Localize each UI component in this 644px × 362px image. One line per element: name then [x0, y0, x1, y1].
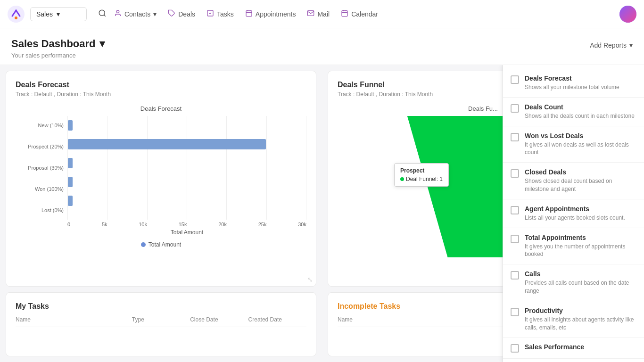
- reports-item-desc-4: Lists all your agents booked slots count…: [525, 214, 625, 222]
- bar-row-prospect: [68, 135, 306, 154]
- reports-checkbox-4[interactable]: [511, 206, 519, 214]
- reports-item-desc-6: Provides all calls count based on the da…: [525, 279, 636, 295]
- nav-right: [619, 6, 636, 23]
- page-header: Sales Dashboard ▾ Your sales performance…: [0, 28, 644, 65]
- reports-item-title-0: Deals Forecast: [525, 74, 619, 82]
- nav-appointments[interactable]: Appointments: [245, 8, 296, 20]
- reports-item-3[interactable]: Closed Deals Shows closed deal count bas…: [503, 163, 644, 199]
- bar-row-won: [68, 173, 306, 191]
- deals-icon: [168, 9, 175, 18]
- reports-checkbox-1[interactable]: [511, 104, 519, 113]
- x-label-0: 0: [67, 222, 70, 227]
- bar-lost: [68, 196, 73, 206]
- reports-item-text-7: Productivity It gives all insights about…: [525, 307, 636, 332]
- nav-contacts[interactable]: Contacts ▾: [114, 8, 157, 20]
- bar-row-lost: [68, 191, 306, 210]
- x-label-15k: 15k: [179, 222, 187, 227]
- my-tasks-title: My Tasks: [16, 302, 306, 311]
- reports-checkbox-7[interactable]: [511, 308, 519, 316]
- reports-item-title-8: Sales Performance: [525, 343, 584, 351]
- workspace-label: Sales: [36, 10, 53, 18]
- bars-wrapper: [67, 116, 306, 220]
- bar-proposal: [68, 158, 73, 168]
- nav-mail[interactable]: Mail: [307, 8, 330, 20]
- funnel-tooltip-item: Deal Funnel: 1: [400, 176, 443, 182]
- add-reports-button[interactable]: Add Reports ▾: [590, 40, 633, 51]
- deals-forecast-chart-title: Deals Forecast: [16, 105, 306, 112]
- search-button[interactable]: [94, 5, 110, 23]
- resize-handle: ⤡: [307, 276, 313, 283]
- reports-item-title-5: Total Appointments: [525, 234, 636, 241]
- svg-point-1: [15, 16, 17, 19]
- reports-checkbox-0[interactable]: [511, 75, 519, 84]
- deals-forecast-subtitle: Track : Default , Duration : This Month: [16, 91, 306, 98]
- reports-item-1[interactable]: Deals Count Shows all the deals count in…: [503, 98, 644, 126]
- appointments-label: Appointments: [256, 10, 296, 18]
- chevron-down-icon: ▾: [57, 10, 60, 18]
- reports-checkbox-2[interactable]: [511, 133, 519, 141]
- y-label-new: New (10%): [16, 116, 64, 135]
- legend-label: Total Amount: [149, 241, 181, 248]
- calendar-icon: [341, 9, 348, 18]
- reports-item-2[interactable]: Won vs Lost Deals It gives all won deals…: [503, 126, 644, 163]
- reports-checkbox-3[interactable]: [511, 169, 519, 178]
- calendar-label: Calendar: [351, 10, 378, 18]
- reports-item-4[interactable]: Agent Appointments Lists all your agents…: [503, 199, 644, 228]
- x-axis: 0 5k 10k 15k 20k 25k 30k: [67, 222, 306, 227]
- reports-checkbox-6[interactable]: [511, 271, 519, 280]
- bar-row-new: [68, 116, 306, 135]
- x-label-30k: 30k: [298, 222, 306, 227]
- nav-calendar[interactable]: Calendar: [341, 8, 378, 20]
- reports-item-6[interactable]: Calls Provides all calls count based on …: [503, 264, 644, 301]
- title-chevron-icon: ▾: [99, 38, 105, 50]
- reports-item-text-2: Won vs Lost Deals It gives all won deals…: [525, 132, 636, 157]
- page-title[interactable]: Sales Dashboard ▾: [11, 38, 105, 50]
- reports-item-text-8: Sales Performance: [525, 343, 584, 352]
- nav-deals[interactable]: Deals: [168, 8, 195, 20]
- col-type: Type: [132, 316, 190, 323]
- nav-tasks[interactable]: Tasks: [206, 8, 234, 20]
- contacts-chevron-icon: ▾: [153, 10, 157, 18]
- avatar[interactable]: [619, 6, 636, 23]
- x-label-10k: 10k: [139, 222, 147, 227]
- reports-item-0[interactable]: Deals Forecast Shows all your milestone …: [503, 69, 644, 98]
- reports-item-7[interactable]: Productivity It gives all insights about…: [503, 301, 644, 338]
- reports-checkbox-5[interactable]: [511, 235, 519, 243]
- workspace-selector[interactable]: Sales ▾: [30, 7, 87, 21]
- reports-item-text-1: Deals Count Shows all the deals count in…: [525, 103, 635, 120]
- funnel-tooltip-title: Prospect: [400, 167, 443, 174]
- mail-label: Mail: [317, 10, 330, 18]
- x-label-25k: 25k: [258, 222, 267, 227]
- svg-point-3: [116, 10, 119, 13]
- x-label-20k: 20k: [218, 222, 227, 227]
- reports-item-title-3: Closed Deals: [525, 168, 636, 176]
- page-title-text: Sales Dashboard: [11, 38, 96, 50]
- reports-item-text-0: Deals Forecast Shows all your milestone …: [525, 74, 619, 91]
- bar-row-proposal: [68, 154, 306, 173]
- y-label-won: Won (100%): [16, 180, 64, 198]
- reports-item-text-5: Total Appointments It gives you the numb…: [525, 234, 636, 259]
- reports-item-title-7: Productivity: [525, 307, 636, 314]
- svg-point-2: [99, 10, 105, 16]
- reports-item-desc-2: It gives all won deals as well as lost d…: [525, 141, 636, 157]
- bars-area: [67, 116, 306, 210]
- reports-item-desc-1: Shows all the deals count in each milest…: [525, 112, 635, 120]
- x-axis-container: 0 5k 10k 15k 20k 25k 30k Total Amount: [16, 222, 306, 236]
- reports-item-desc-7: It gives all insights about agents activ…: [525, 316, 636, 332]
- deals-forecast-chart: New (10%) Prospect (20%) Proposal (30%) …: [16, 116, 306, 248]
- app-logo[interactable]: [8, 6, 25, 23]
- page-title-group: Sales Dashboard ▾ Your sales performance: [11, 38, 105, 59]
- reports-item-text-3: Closed Deals Shows closed deal count bas…: [525, 168, 636, 193]
- page-subtitle: Your sales performance: [11, 52, 105, 59]
- reports-item-8[interactable]: Sales Performance: [503, 337, 644, 359]
- col-created-date: Created Date: [248, 316, 306, 323]
- nav-items: Contacts ▾ Deals Tasks Appointments Ma: [114, 8, 378, 20]
- funnel-tooltip: Prospect Deal Funnel: 1: [394, 163, 449, 187]
- bar-new: [68, 120, 73, 131]
- funnel-dot: [400, 177, 404, 181]
- reports-checkbox-8[interactable]: [511, 344, 519, 353]
- reports-item-5[interactable]: Total Appointments It gives you the numb…: [503, 228, 644, 265]
- deals-forecast-title: Deals Forecast: [16, 81, 306, 89]
- reports-panel: Deals Forecast Shows all your milestone …: [503, 65, 644, 362]
- funnel-tooltip-label: Deal Funnel: 1: [406, 176, 443, 182]
